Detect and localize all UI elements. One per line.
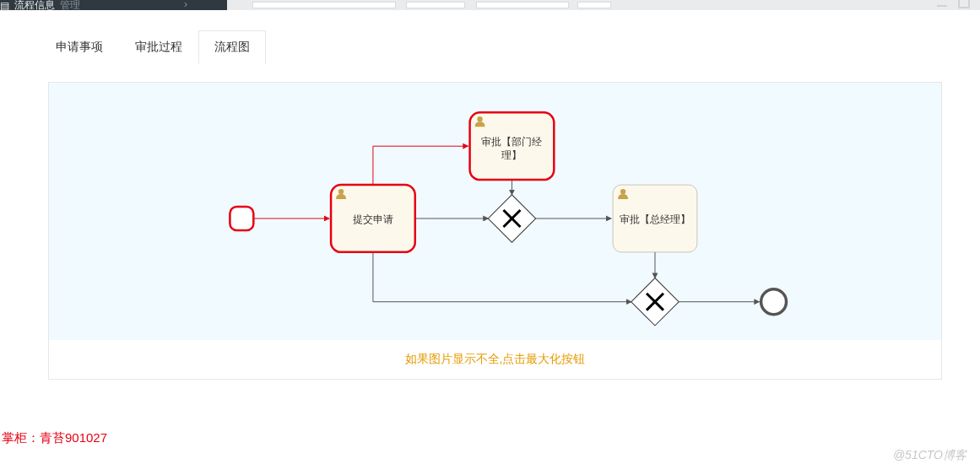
panel: 申请事项 审批过程 流程图 提交申请 xyxy=(23,24,967,424)
window-subtitle: 管理 xyxy=(60,0,80,13)
task-submit[interactable]: 提交申请 xyxy=(331,185,415,252)
end-event[interactable] xyxy=(761,289,787,315)
gateway-1[interactable] xyxy=(488,195,535,242)
owner-label: 掌柜： xyxy=(2,430,40,445)
start-event[interactable] xyxy=(230,207,253,230)
doc-icon: ▤ xyxy=(0,0,9,12)
owner-footer: 掌柜：青苔901027 xyxy=(2,430,107,446)
owner-name: 青苔901027 xyxy=(40,430,107,445)
task-gm-label: 审批【总经理】 xyxy=(620,213,690,225)
task-dept-manager[interactable]: 审批【部门经 理】 xyxy=(470,112,555,180)
task-submit-label: 提交申请 xyxy=(353,213,393,225)
tab-approval-process[interactable]: 审批过程 xyxy=(119,30,198,64)
window-title: 流程信息 xyxy=(14,0,55,13)
title-bar-shade xyxy=(227,0,980,10)
maximize-button[interactable] xyxy=(958,0,970,8)
gateway-2[interactable] xyxy=(631,278,679,325)
title-bar: ▤ 流程信息 管理 › xyxy=(0,0,980,10)
edge-submit-gate2 xyxy=(373,252,631,302)
task-general-manager[interactable]: 审批【总经理】 xyxy=(613,185,697,252)
tab-flowchart[interactable]: 流程图 xyxy=(198,30,266,64)
flowchart-canvas[interactable]: 提交申请 审批【部门经 理】 xyxy=(49,83,941,340)
minimize-button[interactable] xyxy=(936,0,948,8)
edge-submit-dept xyxy=(373,146,468,185)
svg-rect-1 xyxy=(959,0,969,8)
tabs: 申请事项 审批过程 流程图 xyxy=(23,24,967,65)
flowchart-container: 提交申请 审批【部门经 理】 xyxy=(48,82,942,380)
task-dept-label1: 审批【部门经 xyxy=(481,136,542,148)
task-dept-label2: 理】 xyxy=(501,149,522,161)
hint-text: 如果图片显示不全,点击最大化按钮 xyxy=(49,340,941,379)
chevron-right-icon: › xyxy=(184,0,187,10)
credit-watermark: @51CTO博客 xyxy=(893,448,966,463)
svg-rect-0 xyxy=(937,5,947,7)
tab-application[interactable]: 申请事项 xyxy=(40,30,119,64)
